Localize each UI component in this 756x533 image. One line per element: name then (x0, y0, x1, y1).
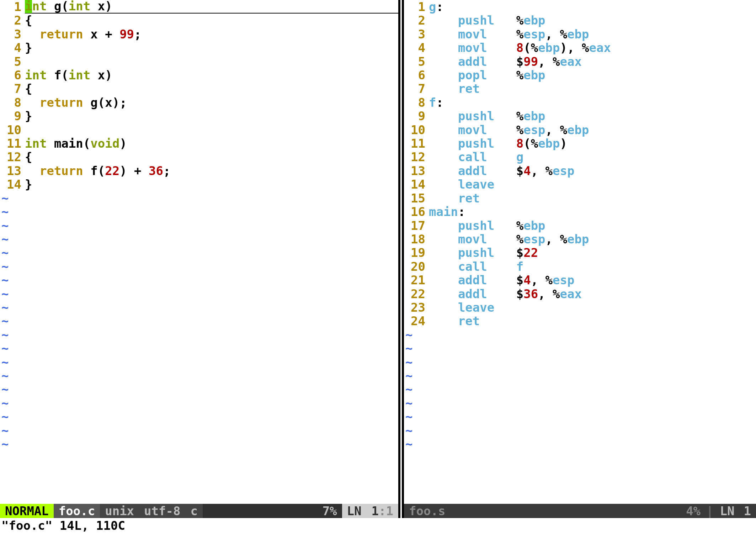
code-line[interactable]: 4} (0, 41, 398, 54)
empty-line: ~ (0, 424, 398, 437)
code-line[interactable]: 16main: (404, 205, 756, 218)
line-number: 11 (0, 137, 25, 150)
tilde-icon: ~ (404, 328, 412, 342)
line-text[interactable]: { (25, 14, 398, 27)
line-text[interactable]: return x + 99; (25, 27, 398, 41)
line-text[interactable]: g: (429, 0, 756, 14)
line-text[interactable]: movl %esp, %ebp (429, 123, 756, 137)
line-text[interactable]: popl %ebp (429, 68, 756, 82)
code-line[interactable]: 8f: (404, 96, 756, 109)
line-text[interactable]: addl $99, %eax (429, 55, 756, 68)
right-code-area[interactable]: 1g:2 pushl %ebp3 movl %esp, %ebp4 movl 8… (404, 0, 756, 504)
vertical-split-bar[interactable] (398, 0, 404, 504)
line-text[interactable]: call f (429, 260, 756, 273)
line-text[interactable]: } (25, 41, 398, 54)
code-line[interactable]: 15 ret (404, 191, 756, 205)
code-line[interactable]: 1int g(int x) (0, 0, 398, 14)
line-text[interactable]: pushl %ebp (429, 14, 756, 27)
line-text[interactable] (25, 55, 398, 68)
code-line[interactable]: 6 popl %ebp (404, 68, 756, 82)
code-line[interactable]: 1g: (404, 0, 756, 14)
line-number: 19 (404, 246, 429, 259)
line-text[interactable]: int f(int x) (25, 68, 398, 82)
code-line[interactable]: 5 addl $99, %eax (404, 55, 756, 68)
code-line[interactable]: 6int f(int x) (0, 68, 398, 82)
code-line[interactable]: 2{ (0, 14, 398, 27)
code-line[interactable]: 10 (0, 123, 398, 137)
code-line[interactable]: 4 movl 8(%ebp), %eax (404, 41, 756, 54)
line-text[interactable]: movl %esp, %ebp (429, 232, 756, 246)
line-number: 12 (0, 150, 25, 164)
code-line[interactable]: 24 ret (404, 314, 756, 328)
code-line[interactable]: 18 movl %esp, %ebp (404, 232, 756, 246)
code-line[interactable]: 9 pushl %ebp (404, 109, 756, 123)
code-line[interactable]: 3 return x + 99; (0, 27, 398, 41)
line-text[interactable]: { (25, 82, 398, 95)
code-line[interactable]: 12 call g (404, 150, 756, 164)
code-line[interactable]: 19 pushl $22 (404, 246, 756, 259)
empty-line: ~ (0, 301, 398, 314)
left-pane[interactable]: 1int g(int x)2{3 return x + 99;4}56int f… (0, 0, 398, 504)
line-text[interactable]: { (25, 150, 398, 164)
status-col-num: 1 (386, 504, 393, 518)
left-code-area[interactable]: 1int g(int x)2{3 return x + 99;4}56int f… (0, 0, 398, 504)
code-line[interactable]: 7{ (0, 82, 398, 95)
line-text[interactable]: ret (429, 82, 756, 95)
line-text[interactable]: return g(x); (25, 96, 398, 109)
right-pane[interactable]: 1g:2 pushl %ebp3 movl %esp, %ebp4 movl 8… (404, 0, 756, 504)
code-line[interactable]: 14 leave (404, 178, 756, 191)
line-text[interactable]: } (25, 178, 398, 191)
line-text[interactable]: movl %esp, %ebp (429, 27, 756, 41)
code-line[interactable]: 23 leave (404, 301, 756, 314)
line-text[interactable]: int g(int x) (25, 0, 398, 14)
line-text[interactable]: pushl $22 (429, 246, 756, 259)
line-text[interactable]: f: (429, 96, 756, 109)
code-line[interactable]: 3 movl %esp, %ebp (404, 27, 756, 41)
code-line[interactable]: 21 addl $4, %esp (404, 273, 756, 287)
line-text[interactable]: pushl 8(%ebp) (429, 137, 756, 150)
line-number: 5 (404, 55, 429, 68)
line-text[interactable]: int main(void) (25, 137, 398, 150)
line-text[interactable]: main: (429, 205, 756, 218)
code-line[interactable]: 11 pushl 8(%ebp) (404, 137, 756, 150)
line-text[interactable]: return f(22) + 36; (25, 164, 398, 178)
line-text[interactable]: call g (429, 150, 756, 164)
line-number: 5 (0, 55, 25, 68)
code-line[interactable]: 7 ret (404, 82, 756, 95)
line-text[interactable]: ret (429, 314, 756, 328)
line-text[interactable] (25, 123, 398, 137)
code-line[interactable]: 10 movl %esp, %ebp (404, 123, 756, 137)
code-line[interactable]: 17 pushl %ebp (404, 219, 756, 232)
empty-line: ~ (0, 437, 398, 451)
status-spacer-left (203, 504, 318, 518)
line-text[interactable]: leave (429, 178, 756, 191)
line-text[interactable]: pushl %ebp (429, 109, 756, 123)
code-line[interactable]: 20 call f (404, 260, 756, 273)
line-text[interactable]: pushl %ebp (429, 219, 756, 232)
line-text[interactable]: ret (429, 191, 756, 205)
code-line[interactable]: 13 addl $4, %esp (404, 164, 756, 178)
line-number: 11 (404, 137, 429, 150)
empty-line: ~ (0, 369, 398, 382)
code-line[interactable]: 13 return f(22) + 36; (0, 164, 398, 178)
code-line[interactable]: 8 return g(x); (0, 96, 398, 109)
code-line[interactable]: 9} (0, 109, 398, 123)
line-text[interactable]: addl $4, %esp (429, 164, 756, 178)
empty-line: ~ (404, 396, 756, 410)
code-line[interactable]: 5 (0, 55, 398, 68)
code-line[interactable]: 14} (0, 178, 398, 191)
status-bar: NORMAL foo.c unix utf-8 c 7% LN 1:1 foo.… (0, 504, 756, 518)
code-line[interactable]: 2 pushl %ebp (404, 14, 756, 27)
empty-line: ~ (404, 437, 756, 451)
line-text[interactable]: addl $4, %esp (429, 273, 756, 287)
code-line[interactable]: 11int main(void) (0, 137, 398, 150)
code-line[interactable]: 12{ (0, 150, 398, 164)
line-text[interactable]: addl $36, %eax (429, 287, 756, 301)
line-text[interactable]: movl 8(%ebp), %eax (429, 41, 756, 54)
tilde-icon: ~ (0, 396, 9, 410)
command-line[interactable]: "foo.c" 14L, 110C (0, 518, 756, 533)
code-line[interactable]: 22 addl $36, %eax (404, 287, 756, 301)
line-text[interactable]: leave (429, 301, 756, 314)
line-text[interactable]: } (25, 109, 398, 123)
empty-line: ~ (0, 396, 398, 410)
